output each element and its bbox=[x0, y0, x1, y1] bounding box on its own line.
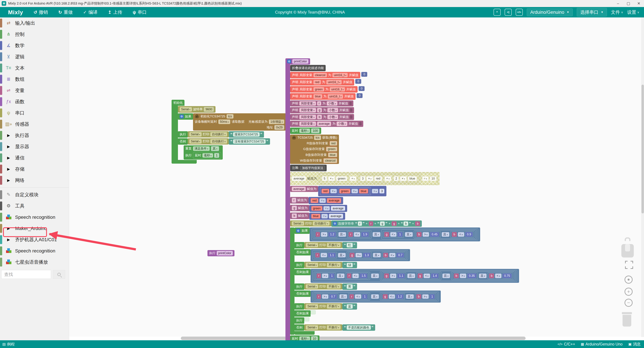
sidebar-item-array[interactable]: ≣ 数组 bbox=[0, 74, 69, 85]
compile-button[interactable]: ✓ 编译 bbox=[83, 9, 98, 15]
function-name-field[interactable]: printColor bbox=[292, 59, 308, 64]
tcs-init-block[interactable]: 初始化TCS34725 tcs 设备唤醒时延时 50ms 读取数据 光敏感度设为… bbox=[193, 113, 286, 131]
sidebar-item-actuator[interactable]: ▶ 执行器 bbox=[0, 130, 69, 141]
serial-print-block[interactable]: Serial 打印 自动换行 bbox=[188, 138, 229, 144]
declare-g-row[interactable]: 声明 局部变量 g 为 小数 并赋值 bbox=[290, 107, 354, 113]
algorithm-comment[interactable]: 注释: 加权平均值算法 bbox=[290, 165, 327, 171]
printcolor-function-block[interactable]: ⚙ printColor 折叠块请在此描述功能 声明 局部变量 clearcol… bbox=[286, 58, 519, 346]
sidebar-item-tools[interactable]: ⚙ 工具 bbox=[0, 200, 69, 212]
serial-monitor-button[interactable]: ψ 串口 bbox=[133, 9, 147, 15]
else-print-row[interactable]: 否则 Serial 打印 自动换行 没有搜索到TCS34725 bbox=[178, 138, 270, 145]
serial-print-block[interactable]: Serial 打印 自动换行 bbox=[188, 131, 229, 137]
messages-button[interactable]: ▣ 消息 bbox=[628, 342, 641, 347]
backpack-icon[interactable] bbox=[621, 237, 634, 254]
maximize-button[interactable]: ▢ bbox=[623, 0, 634, 7]
sidebar-item-logic[interactable]: ⊻ 逻辑 bbox=[0, 51, 69, 62]
empty-socket[interactable] bbox=[304, 317, 309, 321]
expression-block[interactable]: red + green + blue ÷ 3 bbox=[318, 186, 386, 196]
upload-button[interactable]: ↥ 上传 bbox=[108, 9, 122, 15]
code-view-toggle[interactable]: </> C/C++ bbox=[558, 342, 575, 347]
code-panel-icon[interactable]: </> bbox=[516, 9, 523, 16]
print-blue-row[interactable]: 执行 Serial 打印 不换行 蓝 bbox=[294, 303, 357, 310]
board-indicator[interactable]: ▦ Arduino/Genuino Uno bbox=[581, 342, 622, 347]
search-input[interactable] bbox=[1, 270, 51, 279]
sidebar-item-display[interactable]: ▶ 显示器 bbox=[0, 141, 69, 152]
declare-b-row[interactable]: 声明 局部变量 b 为 小数 并赋值 bbox=[290, 114, 354, 120]
variable-block[interactable]: red bbox=[330, 141, 337, 146]
declare-blue-row[interactable]: 声明 局部变量 blue 为 uint16_t 并赋值 0 bbox=[290, 93, 362, 100]
gain-dropdown[interactable]: 1倍增益 bbox=[269, 119, 284, 124]
sidebar-item-speech-recognition-1[interactable]: Speech recognition bbox=[0, 212, 69, 223]
address-value[interactable]: 0x29 bbox=[274, 125, 284, 130]
empty-socket[interactable] bbox=[310, 310, 316, 314]
declare-average-row[interactable]: 声明 局部变量 average 为 小数 并赋值 bbox=[290, 121, 363, 127]
delay-value[interactable]: 1 bbox=[214, 153, 219, 158]
baud-value[interactable]: 9600 bbox=[204, 107, 214, 112]
if-chain-block[interactable]: ⚙ 如果 r > 1.2 且 bbox=[290, 228, 519, 335]
sidebar-item-network[interactable]: ▶ 网络 bbox=[0, 175, 69, 186]
mixly-logo[interactable]: Mixly bbox=[8, 9, 23, 15]
true-dropdown[interactable]: 真 bbox=[211, 146, 219, 151]
zoom-out-icon[interactable]: − bbox=[624, 299, 632, 307]
search-button[interactable] bbox=[53, 270, 65, 279]
vertical-scrollbar-thumb[interactable] bbox=[642, 85, 644, 213]
sidebar-item-storage[interactable]: ▶ 存储 bbox=[0, 163, 69, 175]
b-assign-row[interactable]: b 赋值为 blue ÷ average bbox=[290, 213, 345, 220]
sidebar-item-math[interactable]: ∡ 数学 bbox=[0, 40, 69, 51]
gear-icon[interactable]: ⚙ bbox=[180, 114, 184, 118]
tcs-name-field[interactable]: tcs bbox=[226, 114, 234, 119]
sidebar-item-qixingchong-voice[interactable]: 七星虫语音播放 bbox=[0, 257, 69, 268]
g-assign-row[interactable]: g 赋值为 green ÷ average bbox=[290, 205, 347, 212]
sidebar-item-custom-module[interactable]: ✎ 自定义模块 bbox=[0, 189, 69, 200]
declare-green-row[interactable]: 声明 局部变量 green 为 uint16_t 并赋值 0 bbox=[290, 86, 364, 93]
declare-clearcol-row[interactable]: 声明 局部变量 clearcol 为 uint16_t 并赋值 0 bbox=[290, 72, 367, 78]
gear-icon[interactable]: ⚙ bbox=[333, 222, 337, 226]
declare-red-row[interactable]: 声明 局部变量 red 为 uint16_t 并赋值 0 bbox=[290, 79, 361, 85]
undo-button[interactable]: ↺ 撤销 bbox=[34, 9, 48, 15]
string-block[interactable]: 没有搜索到TCS34725 bbox=[229, 138, 270, 145]
do-print-row[interactable]: 执行 Serial 打印 自动换行 搜索到TCS34725 bbox=[178, 131, 264, 138]
open-panel-icon[interactable]: ^ bbox=[494, 9, 500, 16]
sidebar-item-text[interactable]: T≡ 文本 bbox=[0, 62, 69, 74]
print-green-row[interactable]: 执行 Serial 打印 不换行 绿 bbox=[294, 262, 357, 268]
do-empty-row[interactable]: 执行 bbox=[294, 317, 309, 324]
if-sensor-row[interactable]: ⚙ 如果 初始化TCS34725 tcs 设备唤醒时延时 50ms 读取数据 bbox=[178, 113, 286, 131]
type-dropdown[interactable]: uint16_t bbox=[332, 73, 348, 77]
serial-join-row[interactable]: Serial 打印 自动换行 ⚙ 连接字符串 r + r + g + g + b… bbox=[290, 220, 422, 227]
sidebar-item-communication[interactable]: ▶ 通信 bbox=[0, 152, 69, 163]
var-name-field[interactable]: clearcol bbox=[314, 73, 327, 77]
else-row[interactable]: 否则 Serial 打印 不换行 不是匹配的颜色 bbox=[294, 324, 375, 331]
port-select[interactable]: 选择串口 ▼ bbox=[577, 8, 607, 16]
disabled-weighted-average-block[interactable]: average 赋值为 5 × green + 3 × red bbox=[290, 172, 440, 185]
serial-baud-block[interactable]: Serial 波特率 9600 bbox=[178, 106, 216, 113]
center-view-icon[interactable] bbox=[624, 276, 632, 284]
settings-menu[interactable]: 设置 ∨ bbox=[627, 9, 639, 15]
close-button[interactable]: ✕ bbox=[634, 0, 644, 7]
print-red-row[interactable]: 执行 Serial 打印 不换行 红 bbox=[294, 242, 357, 248]
wake-delay-dropdown[interactable]: 50ms bbox=[218, 119, 230, 124]
sidebar-item-variable[interactable]: ⇌ 变量 bbox=[0, 85, 69, 96]
file-menu[interactable]: 文件 ∨ bbox=[611, 9, 623, 15]
sidebar-item-serial[interactable]: ψ 串口 bbox=[0, 107, 69, 118]
r-assign-row[interactable]: r 赋值为 red ÷ average bbox=[290, 197, 343, 204]
string-block[interactable]: 搜索到TCS34725 bbox=[229, 131, 264, 138]
examples-button[interactable]: ▤ 例程 bbox=[2, 342, 15, 347]
collapse-panel-icon[interactable]: <| bbox=[505, 9, 512, 16]
fit-to-screen-icon[interactable] bbox=[625, 261, 633, 269]
function-comment[interactable]: 折叠块请在此描述功能 bbox=[290, 65, 326, 71]
function-header[interactable]: ⚙ printColor bbox=[286, 58, 310, 64]
printcolor-call-block[interactable]: 执行 printColor bbox=[208, 250, 234, 256]
average-assign-row[interactable]: average 赋值为 red + green + blue ÷ 3 bbox=[290, 186, 386, 196]
repeat-block[interactable]: 重复 满足条件 真 执行 延时 毫秒 1 bbox=[184, 145, 223, 160]
gear-icon[interactable]: ⚙ bbox=[287, 59, 291, 63]
board-select[interactable]: Arduino/Genuino ▼ bbox=[527, 8, 573, 16]
sidebar-item-function[interactable]: ƒx 函数 bbox=[0, 96, 69, 107]
elif-yellow-row[interactable]: 否则如果 r > 1 且 r bbox=[294, 269, 519, 283]
serial-port-dropdown[interactable]: Serial bbox=[180, 107, 192, 112]
minimize-button[interactable]: – bbox=[613, 0, 623, 7]
trash-icon[interactable] bbox=[620, 314, 633, 330]
join-string-block[interactable]: ⚙ 连接字符串 r + r + g + g + b + b bbox=[331, 220, 422, 227]
redo-button[interactable]: ↻ 重做 bbox=[58, 9, 73, 15]
elif-empty-row[interactable]: 否则如果 bbox=[294, 310, 316, 317]
repeat-mode-dropdown[interactable]: 满足条件 bbox=[193, 146, 210, 151]
